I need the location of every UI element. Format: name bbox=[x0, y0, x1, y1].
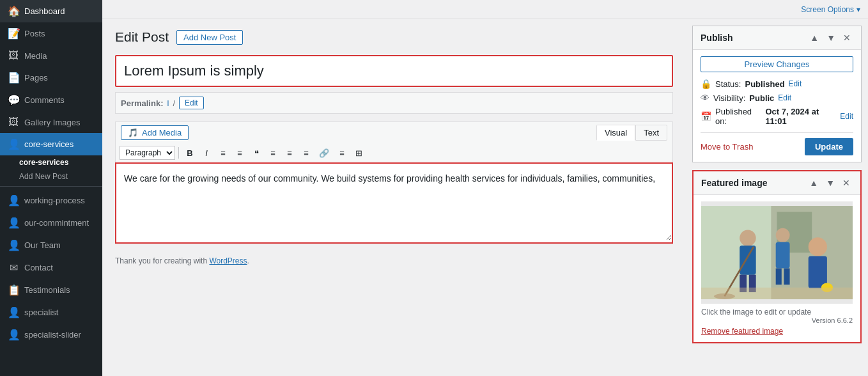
svg-rect-8 bbox=[776, 242, 790, 269]
unordered-list-button[interactable]: ≡ bbox=[215, 146, 231, 160]
visual-text-tabs: Visual Text bbox=[596, 125, 667, 141]
publish-box-title: Publish bbox=[701, 33, 733, 43]
sidebar-item-dashboard[interactable]: 🏠 Dashboard bbox=[0, 0, 102, 22]
screen-options-button[interactable]: Screen Options ▾ bbox=[801, 5, 860, 14]
posts-icon: 📝 bbox=[8, 27, 19, 40]
featured-image-box: Featured image ▲ ▼ ✕ bbox=[692, 170, 862, 343]
sidebar-item-media[interactable]: 🖼 Media bbox=[0, 45, 102, 67]
link-button[interactable]: 🔗 bbox=[315, 146, 333, 160]
sidebar-item-our-commintment[interactable]: 👤 our-commintment bbox=[0, 212, 102, 234]
visibility-edit-link[interactable]: Edit bbox=[778, 93, 791, 102]
status-edit-link[interactable]: Edit bbox=[789, 79, 802, 88]
sidebar-item-posts[interactable]: 📝 Posts bbox=[0, 22, 102, 45]
sidebar-divider bbox=[0, 186, 102, 187]
publish-collapse-down-button[interactable]: ▼ bbox=[824, 31, 838, 44]
sidebar-sub-core-services[interactable]: core-services bbox=[0, 155, 102, 169]
comments-icon: 💬 bbox=[8, 94, 19, 106]
sidebar-item-specialist[interactable]: 👤 specialist bbox=[0, 301, 102, 324]
svg-rect-4 bbox=[740, 246, 756, 275]
ordered-list-button[interactable]: ≡ bbox=[232, 146, 247, 160]
specialist-icon: 👤 bbox=[8, 306, 19, 318]
page-title-row: Edit Post Add New Post bbox=[115, 29, 673, 45]
format-toolbar: Paragraph B I ≡ ≡ ❝ ≡ ≡ ≡ 🔗 ≡ ⊞ bbox=[115, 143, 673, 162]
featured-image-title: Featured image bbox=[701, 178, 767, 188]
permalink-edit-button[interactable]: Edit bbox=[179, 97, 204, 109]
sidebar-item-our-team[interactable]: 👤 Our Team bbox=[0, 234, 102, 256]
featured-image-header: Featured image ▲ ▼ ✕ bbox=[694, 171, 860, 195]
publish-box-body: Preview Changes 🔒 Status: Published Edit… bbox=[693, 50, 861, 162]
align-right-button[interactable]: ≡ bbox=[298, 146, 314, 160]
media-icon: 🖼 bbox=[8, 50, 19, 61]
preview-changes-button[interactable]: Preview Changes bbox=[701, 56, 853, 72]
publish-box-header: Publish ▲ ▼ ✕ bbox=[693, 26, 861, 50]
right-panel: Publish ▲ ▼ ✕ Preview Changes 🔒 Status: … bbox=[686, 19, 868, 376]
blockquote-button[interactable]: ❝ bbox=[249, 146, 264, 160]
add-media-button[interactable]: 🎵 Add Media bbox=[121, 125, 189, 140]
align-left-button[interactable]: ≡ bbox=[265, 146, 281, 160]
update-button[interactable]: Update bbox=[805, 138, 853, 155]
publish-visibility-row: 👁 Visibility: Public Edit bbox=[701, 93, 853, 103]
svg-point-7 bbox=[776, 228, 790, 242]
wordpress-link[interactable]: WordPress bbox=[209, 256, 247, 265]
sidebar-sub-add-new-post[interactable]: Add New Post bbox=[0, 169, 102, 184]
featured-image-body: Click the image to edit or update Versio… bbox=[694, 195, 860, 342]
publish-actions: Move to Trash Update bbox=[701, 132, 853, 155]
sidebar-item-specialist-slider[interactable]: 👤 specialist-slider bbox=[0, 324, 102, 346]
paragraph-select[interactable]: Paragraph bbox=[120, 146, 175, 160]
core-services-icon: 👤 bbox=[8, 138, 19, 150]
remove-featured-image-link[interactable]: Remove featured image bbox=[701, 327, 853, 336]
gallery-images-icon: 🖼 bbox=[8, 116, 19, 128]
visibility-label: Visibility: bbox=[713, 93, 745, 103]
calendar-icon: 📅 bbox=[701, 111, 711, 121]
published-edit-link[interactable]: Edit bbox=[840, 112, 853, 121]
move-to-trash-link[interactable]: Move to Trash bbox=[701, 142, 753, 152]
publish-box: Publish ▲ ▼ ✕ Preview Changes 🔒 Status: … bbox=[692, 26, 862, 162]
sidebar-item-core-services[interactable]: 👤 core-services bbox=[0, 133, 102, 155]
permalink-url: l bbox=[167, 98, 169, 108]
more-button[interactable]: ≡ bbox=[334, 146, 350, 160]
tab-text[interactable]: Text bbox=[635, 125, 667, 141]
topbar: Screen Options ▾ bbox=[102, 0, 868, 19]
version-text: Version 6.6.2 bbox=[701, 317, 853, 324]
publish-close-button[interactable]: ✕ bbox=[841, 31, 853, 44]
sidebar-item-contact[interactable]: ✉ Contact bbox=[0, 256, 102, 279]
svg-rect-16 bbox=[701, 288, 853, 299]
bold-button[interactable]: B bbox=[182, 146, 198, 160]
svg-point-3 bbox=[740, 230, 756, 246]
featured-image-svg bbox=[701, 201, 853, 304]
featured-collapse-up-button[interactable]: ▲ bbox=[807, 176, 821, 189]
content-area: Edit Post Add New Post Permalink: l / Ed… bbox=[102, 19, 868, 376]
featured-collapse-down-button[interactable]: ▼ bbox=[823, 176, 837, 189]
table-button[interactable]: ⊞ bbox=[351, 146, 366, 160]
permalink-label: Permalink: bbox=[121, 98, 163, 108]
add-media-icon: 🎵 bbox=[128, 128, 138, 137]
toolbar-separator-1 bbox=[178, 147, 179, 159]
publish-collapse-up-button[interactable]: ▲ bbox=[807, 31, 821, 44]
post-title-input[interactable] bbox=[115, 55, 673, 87]
published-label: Published on: bbox=[715, 107, 761, 126]
add-new-post-button[interactable]: Add New Post bbox=[176, 30, 243, 45]
status-value: Published bbox=[745, 79, 784, 89]
page-title: Edit Post bbox=[115, 29, 169, 45]
featured-image-wrapper[interactable] bbox=[701, 201, 853, 304]
our-commintment-icon: 👤 bbox=[8, 217, 19, 229]
sidebar-item-working-process[interactable]: 👤 working-process bbox=[0, 189, 102, 212]
editor-toolbar-top: 🎵 Add Media Visual Text bbox=[115, 121, 673, 143]
sidebar-item-testimonials[interactable]: 📋 Testimonials bbox=[0, 279, 102, 301]
align-center-button[interactable]: ≡ bbox=[282, 146, 297, 160]
featured-close-button[interactable]: ✕ bbox=[840, 176, 853, 189]
sidebar-item-gallery-images[interactable]: 🖼 Gallery Images bbox=[0, 111, 102, 133]
italic-button[interactable]: I bbox=[199, 146, 214, 160]
post-content-editor[interactable] bbox=[116, 164, 672, 240]
svg-rect-10 bbox=[784, 269, 789, 285]
sidebar-item-pages[interactable]: 📄 Pages bbox=[0, 67, 102, 89]
svg-point-11 bbox=[809, 237, 827, 256]
text-editor-wrapper bbox=[115, 162, 673, 244]
contact-icon: ✉ bbox=[8, 262, 19, 274]
sidebar-item-comments[interactable]: 💬 Comments bbox=[0, 89, 102, 111]
svg-rect-9 bbox=[776, 269, 782, 285]
publish-status-row: 🔒 Status: Published Edit bbox=[701, 79, 853, 89]
tab-visual[interactable]: Visual bbox=[596, 125, 635, 141]
published-value: Oct 7, 2024 at 11:01 bbox=[765, 107, 836, 126]
visibility-value: Public bbox=[749, 93, 774, 103]
